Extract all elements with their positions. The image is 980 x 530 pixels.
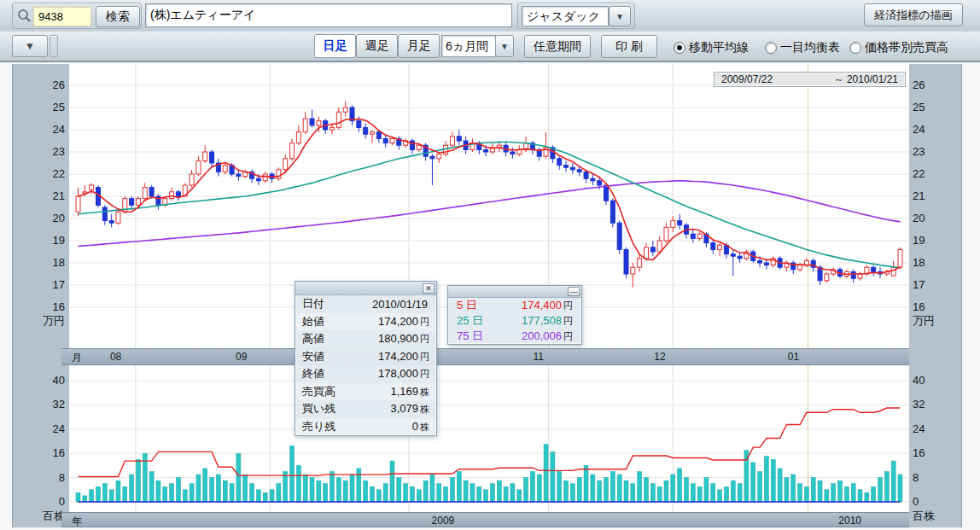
economic-indicator-button[interactable]: 経済指標の描画 (864, 3, 963, 26)
ma-period-label: 25 日 (457, 313, 483, 329)
volume-bar (236, 453, 241, 502)
candle-down (598, 181, 602, 185)
volume-bar (277, 484, 281, 502)
volume-bar (872, 486, 876, 502)
candle-up (697, 234, 702, 238)
axis-tick-label: 40 (53, 374, 65, 387)
candle-up (283, 159, 288, 170)
year-label: 2010 (838, 515, 861, 527)
left-axis-column: 2625242322212019181716万円4032241680百株 (12, 64, 69, 527)
candle-down (430, 156, 435, 159)
radio-moving-average[interactable]: 移動平均線 (674, 40, 749, 55)
radio-button-icon[interactable] (849, 42, 861, 54)
volume-bar (851, 484, 855, 502)
volume-bar (704, 478, 709, 502)
company-name-field[interactable] (145, 3, 512, 27)
volume-bar (130, 475, 134, 502)
volume-bar (504, 486, 508, 502)
axis-tick-label: 24 (53, 123, 65, 137)
candle-down (457, 137, 461, 141)
volume-bar (270, 490, 274, 502)
candle-up (657, 241, 662, 252)
candle-down (851, 271, 855, 278)
candle-down (764, 263, 768, 265)
ohlc-row-value: 178,000円 (378, 367, 429, 381)
volume-bar (90, 490, 94, 502)
candle-down (591, 178, 595, 181)
volume-bar (551, 451, 555, 502)
volume-bar (631, 484, 635, 502)
candle-up (417, 145, 421, 149)
close-icon[interactable]: ✕ (423, 283, 435, 294)
chevron-down-icon: ▼ (615, 12, 624, 21)
ohlc-row: 高値180,900円 (295, 330, 436, 348)
ohlc-row-value: 2010/01/19 (372, 298, 429, 311)
candle-up (290, 143, 295, 159)
volume-bar (210, 478, 214, 502)
tab-daily[interactable]: 日足 (314, 34, 356, 58)
market-select-arrow-button[interactable]: ▼ (609, 6, 631, 26)
candle-down (711, 243, 715, 250)
candle-down (872, 267, 876, 271)
volume-bar (537, 475, 541, 502)
volume-bar (417, 490, 421, 502)
stock-code-input[interactable] (33, 7, 91, 26)
volume-bar (731, 480, 735, 502)
volume-bar (638, 472, 642, 503)
candle-up (336, 112, 341, 127)
period-select-value[interactable]: 6ヵ月間 (441, 35, 496, 57)
ma-legend-row: 75 日200,006円 (448, 329, 581, 344)
chart-menu-dropdown-button[interactable]: ▼ (12, 35, 48, 57)
ma-legend-window[interactable]: — 5 日174,400円25 日177,508円75 日200,006円 (447, 285, 582, 345)
volume-chart-plot[interactable] (69, 365, 909, 512)
volume-bar (370, 486, 374, 502)
volume-bar (510, 484, 515, 502)
radio-button-icon[interactable] (674, 42, 685, 54)
candle-up (296, 132, 300, 143)
candle-up (450, 137, 454, 145)
market-select-value[interactable]: ジャスダック (522, 6, 609, 26)
ma-value: 200,006円 (522, 329, 573, 343)
print-button[interactable]: 印 刷 (601, 35, 657, 58)
ohlc-row: 売買高1,169株 (295, 383, 436, 401)
volume-bar (156, 480, 160, 502)
volume-chart (69, 365, 909, 512)
volume-bar (838, 480, 843, 502)
ohlc-info-window[interactable]: ✕ 日付2010/01/19始値174,200円高値180,900円安値174,… (295, 281, 437, 436)
candle-down (731, 254, 735, 257)
tab-monthly[interactable]: 月足 (398, 34, 440, 58)
radio-ichimoku[interactable]: 一目均衡表 (765, 40, 840, 55)
volume-bar (430, 475, 435, 502)
ma-legend-row: 25 日177,508円 (448, 313, 581, 329)
volume-bar (811, 478, 815, 502)
minimize-icon[interactable]: — (568, 287, 580, 296)
candle-down (149, 188, 154, 196)
custom-period-button[interactable]: 任意期間 (524, 35, 591, 58)
period-select-arrow-button[interactable]: ▼ (495, 35, 514, 57)
axis-tick-label: 24 (913, 123, 925, 137)
volume-bar (96, 486, 100, 502)
volume-bar (650, 484, 655, 502)
volume-bar (376, 490, 381, 502)
ma-legend-row: 5 日174,400円 (448, 298, 581, 313)
radio-button-icon[interactable] (765, 42, 777, 54)
year-axis-band: 年 20092010 (61, 512, 909, 527)
volume-bar (243, 475, 248, 502)
volume-bar (450, 478, 454, 502)
ma-legend-titlebar[interactable]: — (448, 286, 581, 298)
volume-bar (343, 480, 347, 502)
volume-bar (831, 484, 836, 502)
tab-weekly[interactable]: 週足 (356, 34, 398, 58)
candle-down (176, 192, 180, 196)
volume-bar (751, 463, 755, 502)
ma-period-label: 5 日 (457, 298, 477, 313)
search-button[interactable]: 検索 (96, 6, 140, 27)
volume-bar (283, 472, 288, 503)
ohlc-window-titlebar[interactable]: ✕ (295, 282, 436, 295)
radio-label: 一目均衡表 (780, 40, 840, 55)
volume-bar (263, 492, 267, 502)
volume-bar (624, 480, 628, 502)
radio-volume-by-price[interactable]: 価格帯別売買高 (849, 40, 948, 55)
volume-bar (591, 475, 595, 502)
ohlc-row-value: 0株 (412, 420, 429, 434)
